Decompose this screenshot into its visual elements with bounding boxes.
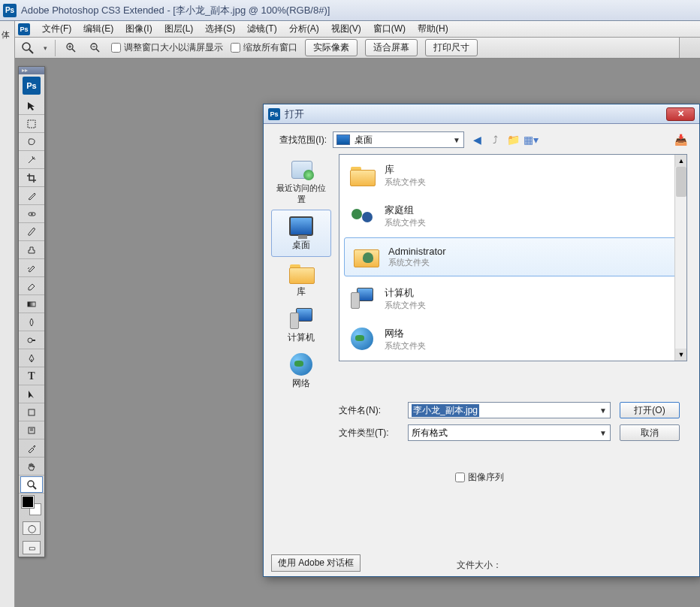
brush-tool[interactable] xyxy=(20,224,43,240)
marquee-tool[interactable] xyxy=(20,116,43,132)
svg-rect-9 xyxy=(28,120,35,128)
lookin-label: 查找范围(I): xyxy=(271,134,327,146)
screen-mode[interactable]: ▭ xyxy=(23,541,41,554)
file-item-computer[interactable]: 计算机系统文件夹 xyxy=(339,278,686,319)
canvas-area: ▸▸ Ps T ◯ ▭ Ps xyxy=(15,59,700,607)
favorites-icon[interactable]: 📥 xyxy=(674,133,687,146)
place-network[interactable]: 网络 xyxy=(271,349,331,394)
menu-layer[interactable]: 图层(L) xyxy=(158,21,200,37)
type-tool[interactable]: T xyxy=(20,368,43,385)
place-recent[interactable]: 最近访问的位置 xyxy=(271,154,331,210)
blur-tool[interactable] xyxy=(20,314,43,331)
separator xyxy=(55,40,56,56)
history-brush-tool[interactable] xyxy=(20,260,43,276)
open-dialog: Ps 打开 ✕ 查找范围(I): 桌面 ▼ ◀ ⤴ 📁 ▦▾ 📥 xyxy=(263,104,700,577)
dodge-tool[interactable] xyxy=(20,332,43,349)
open-button[interactable]: 打开(O) xyxy=(620,402,680,418)
close-button[interactable]: ✕ xyxy=(666,107,695,121)
places-bar: 最近访问的位置 桌面 库 计算机 xyxy=(271,154,331,394)
move-tool[interactable] xyxy=(20,98,43,114)
zoom-tool[interactable] xyxy=(20,476,43,493)
zoom-all-checkbox[interactable]: 缩放所有窗口 xyxy=(231,41,297,54)
svg-line-7 xyxy=(96,49,99,52)
file-item-library[interactable]: 库系统文件夹 xyxy=(339,155,686,195)
svg-line-3 xyxy=(72,49,75,52)
computer-file-icon xyxy=(347,284,377,313)
quick-mask-mode[interactable]: ◯ xyxy=(23,521,41,535)
filetype-combo[interactable]: 所有格式 ▼ xyxy=(408,424,611,441)
svg-point-14 xyxy=(28,338,32,343)
lasso-tool[interactable] xyxy=(20,134,43,150)
svg-rect-16 xyxy=(29,409,35,415)
filetype-label: 文件类型(T): xyxy=(339,427,399,439)
left-panel-stub: 体 xyxy=(0,21,15,607)
up-icon[interactable]: ⤴ xyxy=(488,133,502,146)
filename-input[interactable]: 李小龙_副本.jpg ▼ xyxy=(408,402,611,418)
image-sequence-checkbox[interactable]: 图像序列 xyxy=(271,471,687,484)
stamp-tool[interactable] xyxy=(20,242,43,258)
file-list[interactable]: 库系统文件夹 家庭组系统文件夹 Administrator系统文件夹 计算机系统… xyxy=(339,154,687,361)
new-folder-icon[interactable]: 📁 xyxy=(506,133,520,146)
gradient-tool[interactable] xyxy=(20,296,43,313)
path-selection-tool[interactable] xyxy=(20,386,43,403)
svg-rect-13 xyxy=(28,302,35,307)
menu-select[interactable]: 选择(S) xyxy=(199,21,241,37)
cancel-button[interactable]: 取消 xyxy=(620,424,680,441)
menu-filter[interactable]: 滤镜(T) xyxy=(241,21,282,37)
pen-tool[interactable] xyxy=(20,350,43,367)
scrollbar[interactable]: ▲ ▼ xyxy=(674,155,686,361)
shape-tool[interactable] xyxy=(20,404,43,421)
wand-tool[interactable] xyxy=(20,152,43,168)
scroll-down-icon[interactable]: ▼ xyxy=(675,349,687,361)
hand-tool[interactable] xyxy=(20,458,43,475)
lookin-combo[interactable]: 桌面 ▼ xyxy=(333,131,464,148)
toolbox: ▸▸ Ps T ◯ ▭ xyxy=(18,66,45,557)
eyedropper-tool[interactable] xyxy=(20,440,43,457)
back-icon[interactable]: ◀ xyxy=(470,133,484,146)
file-item-homegroup[interactable]: 家庭组系统文件夹 xyxy=(339,195,686,236)
resize-windows-checkbox[interactable]: 调整窗口大小以满屏显示 xyxy=(111,41,223,54)
notes-tool[interactable] xyxy=(20,422,43,439)
scroll-up-icon[interactable]: ▲ xyxy=(675,155,687,167)
ps-icon: Ps xyxy=(268,108,280,120)
ps-doc-icon[interactable]: Ps xyxy=(23,77,41,95)
zoom-out-icon[interactable] xyxy=(87,40,104,56)
crop-tool[interactable] xyxy=(20,170,43,186)
menu-view[interactable]: 视图(V) xyxy=(325,21,367,37)
menu-image[interactable]: 图像(I) xyxy=(119,21,158,37)
print-size-button[interactable]: 打印尺寸 xyxy=(425,39,478,56)
menu-analysis[interactable]: 分析(A) xyxy=(283,21,325,37)
use-adobe-dialog-button[interactable]: 使用 Adobe 对话框 xyxy=(271,554,361,572)
dialog-titlebar[interactable]: Ps 打开 ✕ xyxy=(264,104,699,124)
place-computer[interactable]: 计算机 xyxy=(271,303,331,349)
eraser-tool[interactable] xyxy=(20,278,43,294)
network-icon xyxy=(288,353,315,376)
actual-pixels-button[interactable]: 实际像素 xyxy=(305,39,358,56)
ps-logo-icon: Ps xyxy=(3,4,17,17)
homegroup-icon xyxy=(347,201,377,230)
scroll-thumb[interactable] xyxy=(676,167,686,197)
chevron-down-icon: ▼ xyxy=(599,429,607,437)
foreground-color-swatch[interactable] xyxy=(22,496,34,508)
options-bar: ▾ 调整窗口大小以满屏显示 缩放所有窗口 实际像素 适合屏幕 打印尺寸 ▦ xyxy=(15,38,700,59)
healing-tool[interactable] xyxy=(20,206,43,222)
menu-file[interactable]: 文件(F) xyxy=(36,21,77,37)
menu-edit[interactable]: 编辑(E) xyxy=(77,21,119,37)
menu-help[interactable]: 帮助(H) xyxy=(412,21,454,37)
file-item-administrator[interactable]: Administrator系统文件夹 xyxy=(344,237,682,276)
library-icon xyxy=(288,261,315,284)
menu-window[interactable]: 窗口(W) xyxy=(367,21,412,37)
place-desktop[interactable]: 桌面 xyxy=(271,210,331,257)
place-library[interactable]: 库 xyxy=(271,257,331,303)
slice-tool[interactable] xyxy=(20,188,43,204)
zoom-in-icon[interactable] xyxy=(63,40,80,56)
ps-logo-small-icon: Ps xyxy=(18,23,30,35)
zoom-tool-icon[interactable] xyxy=(20,40,36,56)
color-swatches[interactable] xyxy=(19,494,44,518)
file-item-network[interactable]: 网络系统文件夹 xyxy=(339,319,686,359)
desktop-place-icon xyxy=(288,215,315,237)
view-menu-icon[interactable]: ▦▾ xyxy=(524,133,538,146)
toolbox-grip[interactable]: ▸▸ xyxy=(19,67,44,74)
computer-icon xyxy=(288,307,315,330)
fit-screen-button[interactable]: 适合屏幕 xyxy=(365,39,418,56)
